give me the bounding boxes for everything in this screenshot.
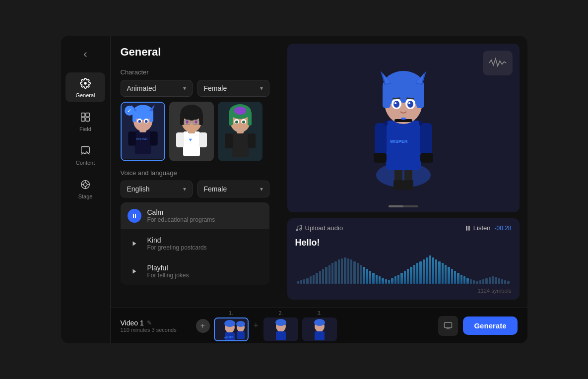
voice-section: Voice and language English ▾ Female ▾ (121, 169, 269, 285)
svg-rect-112 (276, 331, 286, 340)
right-panel: WISPER (279, 36, 527, 308)
svg-rect-96 (419, 121, 422, 126)
back-button[interactable] (76, 46, 94, 63)
timeline-clip-3[interactable]: 3. (302, 311, 337, 341)
svg-text:WISPER: WISPER (224, 336, 234, 339)
svg-rect-1 (81, 113, 85, 117)
svg-point-88 (407, 101, 413, 108)
waveform-button[interactable] (483, 51, 513, 75)
sidebar-item-content[interactable]: Content (65, 140, 105, 170)
voice-item-calm[interactable]: Calm For educational programs (121, 202, 269, 229)
voice-item-playful[interactable]: Playful For telling jokes (121, 258, 269, 285)
voice-gender-arrow: ▾ (260, 186, 263, 192)
calm-name: Calm (147, 208, 215, 216)
sidebar-content-label: Content (76, 160, 95, 166)
voice-language-dropdown[interactable]: English ▾ (121, 181, 193, 197)
clip-3-num: 3. (318, 311, 322, 316)
timeline-clip-1[interactable]: 1, 1:32 1. WISPER (214, 311, 249, 341)
voice-item-kind[interactable]: Kind For greeting postcards (121, 230, 269, 257)
sidebar: General Field Content (61, 36, 111, 343)
character-card-1[interactable]: ✓ (121, 102, 165, 161)
clip-thumb-2[interactable] (263, 317, 298, 341)
character-dropdowns: Animated ▾ Female ▾ (121, 80, 269, 97)
clip-separator-1: + (253, 320, 260, 331)
left-panel: General Character Animated ▾ Female ▾ (111, 36, 279, 308)
playful-info: Playful For telling jokes (147, 264, 189, 279)
timeline-area: + 1, 1:32 1. WISPER (196, 311, 433, 341)
save-button[interactable] (438, 316, 458, 336)
svg-point-25 (138, 120, 141, 123)
svg-marker-60 (132, 242, 136, 246)
svg-rect-71 (374, 153, 387, 163)
dropdown-arrow-1: ▾ (183, 85, 186, 92)
svg-rect-45 (225, 133, 233, 148)
svg-rect-46 (248, 133, 256, 148)
sidebar-item-stage[interactable]: Stage (65, 174, 105, 203)
sidebar-item-field[interactable]: Field (65, 106, 105, 136)
svg-point-97 (296, 229, 298, 231)
field-icon (78, 110, 92, 124)
voice-gender-dropdown[interactable]: Female ▾ (197, 181, 269, 197)
audio-top-row: Upload audio Listen -00:28 (295, 224, 512, 232)
svg-rect-20 (149, 113, 153, 122)
edit-video-name-button[interactable]: ✎ (147, 319, 152, 326)
character-label: Character (121, 68, 269, 76)
generate-button[interactable]: Generate (463, 316, 517, 335)
svg-point-98 (299, 228, 301, 230)
svg-point-40 (186, 121, 189, 124)
play-calm-button[interactable] (128, 209, 141, 223)
sidebar-field-label: Field (79, 126, 91, 132)
svg-point-103 (224, 320, 235, 327)
character-type-dropdown[interactable]: Animated ▾ (121, 80, 193, 97)
stage-icon (78, 178, 92, 191)
audio-playback-controls: Listen -00:28 (464, 224, 512, 232)
kind-name: Kind (147, 236, 207, 244)
svg-rect-29 (183, 131, 200, 156)
svg-rect-2 (86, 113, 89, 117)
character-card-3[interactable] (218, 102, 262, 161)
dropdown-arrow-2: ▾ (260, 85, 263, 92)
waveform-visualization (295, 254, 512, 284)
video-duration: 110 minutes 3 seconds (121, 327, 190, 333)
svg-text:♥: ♥ (189, 137, 192, 142)
voice-list: Calm For educational programs (121, 202, 269, 285)
character-gender-dropdown[interactable]: Female ▾ (197, 80, 269, 97)
svg-point-26 (144, 120, 147, 123)
svg-rect-4 (86, 118, 89, 121)
calm-info: Calm For educational programs (147, 208, 215, 223)
svg-rect-36 (199, 113, 203, 125)
add-clip-button[interactable]: + (196, 319, 210, 333)
timeline-clip-2[interactable]: 2. (263, 311, 298, 341)
svg-rect-94 (401, 118, 406, 120)
play-playful-button[interactable] (128, 264, 141, 278)
content-area: General Character Animated ▾ Female ▾ (111, 36, 527, 308)
progress-fill (389, 205, 403, 207)
bottom-bar: Video 1 ✎ 110 minutes 3 seconds + 1, 1:3… (111, 308, 527, 343)
clip-2-num: 2. (279, 311, 283, 316)
svg-point-89 (394, 102, 396, 104)
general-icon (78, 76, 92, 90)
character-card-2[interactable]: ♥ (169, 102, 214, 161)
svg-rect-51 (248, 112, 252, 126)
sidebar-stage-label: Stage (78, 193, 93, 199)
video-info: Video 1 ✎ 110 minutes 3 seconds (121, 319, 190, 333)
calm-desc: For educational programs (147, 216, 215, 223)
bottom-actions: Generate (438, 316, 517, 336)
svg-rect-67 (386, 121, 421, 170)
kind-info: Kind For greeting postcards (147, 236, 207, 251)
svg-point-41 (195, 121, 197, 124)
kind-desc: For greeting postcards (147, 244, 207, 251)
svg-rect-13 (134, 130, 150, 154)
play-kind-button[interactable] (128, 237, 141, 251)
svg-rect-116 (315, 331, 325, 340)
playful-desc: For telling jokes (147, 272, 189, 279)
sidebar-item-general[interactable]: General (65, 72, 105, 102)
pause-button[interactable]: Listen (464, 224, 491, 232)
svg-rect-95 (385, 121, 388, 126)
svg-rect-72 (420, 153, 433, 163)
clip-thumb-1[interactable]: WISPER (214, 317, 249, 341)
svg-rect-5 (81, 147, 90, 153)
upload-audio-button[interactable]: Upload audio (295, 224, 343, 232)
clip-thumb-3[interactable] (302, 317, 337, 341)
svg-rect-15 (150, 131, 157, 146)
